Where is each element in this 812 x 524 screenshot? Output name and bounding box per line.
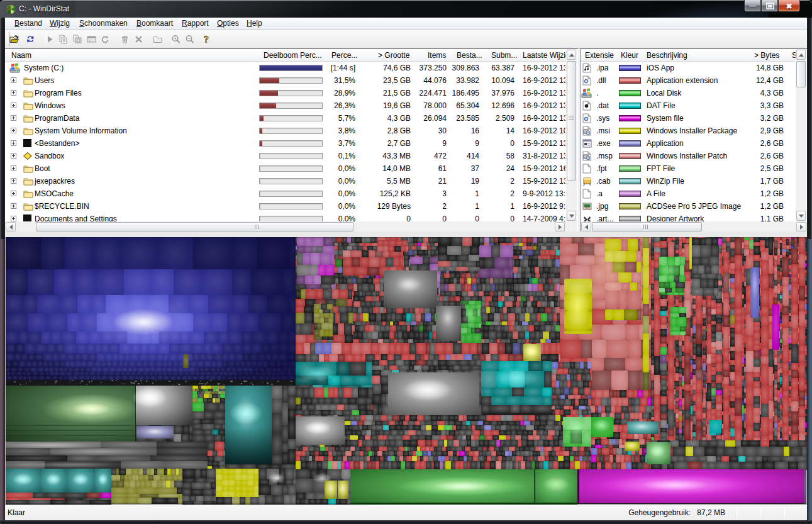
svg-text:c:: c:	[89, 38, 93, 43]
svg-text:JPG: JPG	[584, 206, 591, 210]
svg-text:?: ?	[204, 34, 209, 45]
